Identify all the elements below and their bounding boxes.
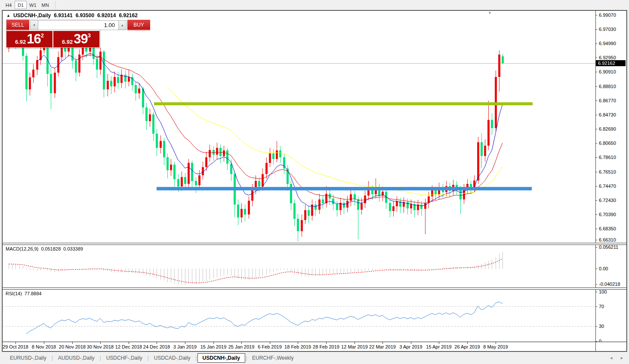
- date-axis-label: 15 Apr 2019: [426, 344, 451, 349]
- chart-tab-usdcnh-daily[interactable]: USDCNH-,Daily: [197, 353, 245, 363]
- date-axis-label: 3 Jan 2019: [173, 344, 197, 349]
- price-axis-label-tick: [596, 172, 597, 172]
- macd-axis-label: -0.040218: [599, 281, 620, 287]
- price-axis-label-tick: [596, 229, 597, 229]
- price-axis-label: 6.97030: [599, 27, 616, 32]
- price-axis-label: 6.86770: [599, 98, 616, 103]
- chart-tab-audusd-daily[interactable]: AUDUSD-,Daily: [53, 354, 99, 362]
- ask-quote[interactable]: 6.92 39 3: [53, 31, 99, 47]
- chart-tab-eurchf-weekly[interactable]: EURCHF-,Weekly: [247, 354, 298, 362]
- price-axis[interactable]: 6.990706.970306.949906.929506.909106.888…: [595, 11, 626, 243]
- price-axis-label-tick: [596, 129, 597, 129]
- date-axis-label: 25 Jan 2019: [228, 344, 255, 349]
- chart-tab-usdcad-daily[interactable]: USDCAD-,Daily: [149, 354, 195, 362]
- date-axis-tick: [467, 342, 468, 344]
- rsi-pane: 10070300 RSI(14) 77.8884: [3, 290, 626, 342]
- rsi-axis: 10070300: [595, 290, 626, 342]
- date-axis-tick: [44, 342, 44, 344]
- price-axis-label-tick: [596, 43, 597, 44]
- bid-quote[interactable]: 6.92 16 2: [6, 31, 52, 47]
- rsi-axis-label-tick: [596, 292, 597, 292]
- price-axis-label: 6.90910: [599, 69, 616, 74]
- bid-price-sup: 2: [41, 32, 44, 39]
- timeframe-button-d1[interactable]: D1: [15, 1, 27, 9]
- price-axis-label-tick: [596, 29, 597, 30]
- rsi-name: RSI(14): [6, 291, 22, 296]
- date-axis-tick: [270, 342, 270, 344]
- sell-button[interactable]: SELL: [6, 20, 29, 31]
- macd-axis-label-tick: [596, 284, 597, 284]
- ask-price-prefix: 6.92: [62, 39, 73, 45]
- tab-separator: |: [195, 355, 197, 361]
- collapse-indicator-icon[interactable]: ▲: [6, 13, 10, 18]
- tab-separator: |: [148, 355, 149, 361]
- timeframe-button-h4[interactable]: H4: [3, 1, 15, 9]
- trade-controls-row: SELL ▼ ▲ BUY: [6, 20, 99, 31]
- tabs-scroll-left-icon[interactable]: ◄: [609, 356, 613, 360]
- rsi-axis-label: 30: [599, 324, 604, 329]
- rsi-indicator-label: RSI(14) 77.8884: [6, 291, 42, 296]
- date-axis-label: 28 Feb 2019: [313, 344, 339, 349]
- date-axis-tick: [185, 342, 185, 344]
- price-axis-label: 6.84730: [599, 112, 616, 117]
- price-axis-label-tick: [596, 200, 597, 201]
- price-axis-label-tick: [596, 86, 597, 87]
- chart-tab-usdchf-daily[interactable]: USDCHF-,Daily: [102, 354, 147, 362]
- date-axis-tick: [241, 342, 242, 344]
- macd-canvas[interactable]: [3, 245, 595, 288]
- date-axis-label: 30 Nov 2018: [87, 344, 114, 349]
- macd-pane: 0.0562110.00-0.040218 MACD(12,26,9) 0.05…: [3, 245, 626, 288]
- date-axis-label: 29 Oct 2018: [3, 344, 28, 349]
- macd-axis-label-tick: [596, 247, 597, 248]
- macd-name: MACD(12,26,9): [6, 246, 38, 251]
- date-axis-label: 18 Feb 2019: [284, 344, 311, 349]
- price-axis-label-tick: [596, 157, 597, 158]
- rsi-axis-label-tick: [596, 326, 597, 327]
- date-axis-tick: [15, 342, 16, 344]
- date-axis-tick: [411, 342, 411, 344]
- date-axis-label: 26 Apr 2019: [454, 344, 480, 349]
- volume-input[interactable]: [38, 20, 118, 30]
- rsi-axis-label: 70: [599, 304, 604, 309]
- date-axis-label: 12 Dec 2018: [115, 344, 142, 349]
- timeframe-button-w1[interactable]: W1: [27, 1, 39, 9]
- price-axis-label-tick: [596, 15, 597, 15]
- price-axis-label-tick: [596, 101, 597, 101]
- current-price-tag: 6.92162: [596, 60, 626, 66]
- rsi-axis-label-tick: [596, 306, 597, 307]
- chart-symbol-label: USDCNH-,Daily: [13, 12, 51, 18]
- price-axis-label-tick: [596, 214, 597, 215]
- rsi-value: 77.8884: [25, 291, 42, 296]
- price-axis-label: 6.82690: [599, 126, 616, 132]
- date-axis-label: 12 Mar 2019: [341, 344, 368, 349]
- volume-decrease-icon[interactable]: ▼: [30, 20, 38, 30]
- chart-window: 6.990706.970306.949906.929506.909106.888…: [2, 10, 627, 352]
- timeframe-button-mn[interactable]: MN: [39, 1, 52, 9]
- ask-price-sup: 3: [88, 32, 91, 39]
- macd-axis-label: 0.00: [599, 266, 608, 271]
- buy-button[interactable]: BUY: [127, 20, 150, 31]
- bid-price-prefix: 6.92: [15, 39, 26, 45]
- date-axis-tick: [439, 342, 439, 344]
- volume-increase-icon[interactable]: ▲: [118, 20, 126, 30]
- macd-axis-label-tick: [596, 269, 597, 269]
- date-axis-label: 3 Apr 2019: [399, 344, 422, 349]
- chart-shift-marker[interactable]: ▼: [488, 11, 492, 15]
- volume-stepper: ▼ ▲: [29, 20, 127, 31]
- price-axis-label: 6.94990: [599, 41, 616, 46]
- tab-scroll-arrows: ◄ ►: [609, 356, 624, 360]
- axis-corner: [595, 342, 626, 351]
- chart-window-inner: 6.990706.970306.949906.929506.909106.888…: [2, 10, 627, 352]
- price-axis-label: 6.92950: [599, 55, 616, 60]
- tabs-scroll-right-icon[interactable]: ►: [620, 356, 624, 360]
- price-axis-label-tick: [596, 186, 597, 187]
- price-axis-label: 6.74470: [599, 184, 616, 189]
- date-axis-tick: [496, 342, 496, 344]
- rsi-canvas[interactable]: [3, 290, 595, 342]
- price-axis-label-tick: [596, 72, 597, 72]
- timeframe-toolbar: H4D1W1MN: [0, 0, 629, 10]
- chart-tab-bar: EURUSD-,Daily|AUDUSD-,Daily|USDCHF-,Dail…: [0, 352, 629, 364]
- date-axis[interactable]: 29 Oct 20188 Nov 201820 Nov 201830 Nov 2…: [3, 342, 626, 351]
- chart-tab-eurusd-daily[interactable]: EURUSD-,Daily: [5, 354, 51, 362]
- date-axis-label: 22 Mar 2019: [369, 344, 396, 349]
